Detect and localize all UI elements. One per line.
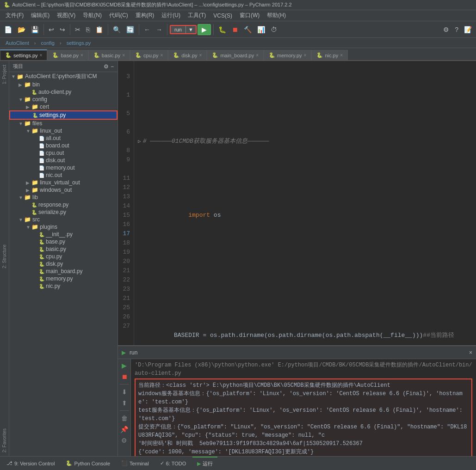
profile-icon[interactable]: ⏱ [268, 24, 279, 35]
tree-disk-py[interactable]: 🐍 disk.py [9, 260, 117, 268]
menu-edit[interactable]: 编辑(E) [27, 10, 53, 21]
tab-python-console[interactable]: 🐍 Python Console [61, 457, 115, 470]
run-restart-icon[interactable]: ▶ [121, 361, 128, 370]
cut-icon[interactable]: ✂ [73, 24, 83, 35]
tree-cpu-py[interactable]: 🐍 cpu.py [9, 253, 117, 260]
menu-tools[interactable]: 工具(T) [184, 10, 210, 21]
tab-nic-py[interactable]: 🐍 nic.py × [311, 50, 348, 60]
redo-icon[interactable]: ↪ [57, 24, 68, 35]
save-icon[interactable]: 💾 [29, 24, 41, 35]
menu-window[interactable]: 窗口(W) [236, 10, 263, 21]
tab-run[interactable]: ▶ 运行 [192, 457, 217, 470]
menu-refactor[interactable]: 重构(R) [132, 10, 158, 21]
paste-icon[interactable]: 📋 [93, 24, 105, 35]
favorites-tab[interactable]: 2: Favorites [1, 425, 8, 456]
code-area[interactable]: 3 1 5 6 8 9 11 12 13 14 15 16 17 18 19 [118, 61, 476, 345]
run-pin-icon[interactable]: 📌 [119, 425, 129, 434]
search-icon[interactable]: 🔍 [111, 24, 123, 35]
tree-linux-out[interactable]: ▼ 📁 linux_out [9, 127, 117, 134]
run-tab-label[interactable]: run [130, 349, 137, 356]
tree-cpu-out[interactable]: 📄 cpu.out [9, 149, 117, 157]
tree-base-py[interactable]: 🐍 base.py [9, 238, 117, 245]
menu-help[interactable]: 帮助(H) [263, 10, 290, 21]
tab-mainboard-py[interactable]: 🐍 main_board.py × [207, 50, 264, 60]
run-config-dropdown[interactable]: ▼ [186, 26, 196, 33]
tree-config[interactable]: ▼ 📁 config [9, 96, 117, 103]
help-icon[interactable]: ? [452, 24, 461, 35]
close-base-tab[interactable]: × [80, 53, 83, 58]
tree-mainboard-py[interactable]: 🐍 main_board.py [9, 268, 117, 275]
tree-src[interactable]: ▼ 📁 src [9, 216, 117, 223]
menu-navigate[interactable]: 导航(N) [79, 10, 105, 21]
tree-windows-out[interactable]: ▶ 📁 windows_out [9, 186, 117, 194]
tree-cert[interactable]: ▶ 📁 cert [9, 103, 117, 110]
run-stop-icon[interactable]: ⏹ [120, 372, 129, 381]
close-cpu-tab[interactable]: × [160, 53, 163, 58]
tree-linux-virtual-out[interactable]: ▶ 📁 linux_virtual_out [9, 179, 117, 186]
stop-icon[interactable]: ⏹ [229, 24, 241, 35]
menu-vcs[interactable]: VCS(S) [210, 10, 236, 21]
tree-disk-out[interactable]: 📄 disk.out [9, 157, 117, 164]
tree-init-py[interactable]: 🐍 __init__.py [9, 231, 117, 238]
run-panel-close-icon[interactable]: × [469, 349, 472, 356]
menu-code[interactable]: 代码(C) [105, 10, 132, 21]
play-button[interactable]: ▶ [198, 24, 211, 35]
tree-nic-py[interactable]: 🐍 nic.py [9, 282, 117, 290]
tab-cpu-py[interactable]: 🐍 cpu.py × [130, 50, 168, 60]
close-settings-tab[interactable]: × [40, 53, 43, 58]
close-basic-tab[interactable]: × [122, 53, 125, 58]
tab-terminal[interactable]: ⬛ Terminal [117, 457, 154, 470]
project-tab[interactable]: 1: Project [1, 61, 8, 88]
new-icon[interactable]: 📄 [2, 24, 14, 35]
tree-response-py[interactable]: 🐍 response.py [9, 201, 117, 208]
tree-nic-out[interactable]: 📄 nic.out [9, 171, 117, 179]
tree-memory-out[interactable]: 📄 memory.out [9, 164, 117, 171]
nav-config[interactable]: config [39, 40, 56, 46]
menu-view[interactable]: 视图(V) [53, 10, 79, 21]
tree-auto-client-py[interactable]: 🐍 auto-client.py [9, 88, 117, 96]
event-log-icon[interactable]: 📝 [462, 24, 474, 35]
back-icon[interactable]: ← [142, 24, 153, 35]
run-scroll-up-icon[interactable]: ⬆ [121, 398, 128, 408]
tab-memory-py[interactable]: 🐍 memory.py × [264, 50, 311, 60]
run-scroll-end-icon[interactable]: ⬇ [121, 387, 128, 397]
tree-board-out[interactable]: 📄 board.out [9, 142, 117, 149]
forward-icon[interactable]: → [154, 24, 165, 35]
tab-todo[interactable]: ✓ 6: TODO [155, 457, 191, 470]
undo-icon[interactable]: ↩ [46, 24, 56, 35]
build-icon[interactable]: 🔨 [241, 24, 254, 35]
structure-tab[interactable]: 2: Structure [1, 241, 8, 272]
tab-basic-py[interactable]: 🐍 basic.py × [88, 50, 130, 60]
code-content[interactable]: ▷ # ——————01CMDB获取服务器基本信息—————— import o… [134, 61, 476, 345]
close-disk-tab[interactable]: × [199, 53, 202, 58]
tab-version-control[interactable]: ⎇ 9: Version Control [2, 457, 59, 470]
copy-icon[interactable]: ⎘ [84, 24, 92, 35]
tree-basic-py[interactable]: 🐍 basic.py [9, 245, 117, 253]
tab-base-py[interactable]: 🐍 base.py × [47, 50, 88, 60]
tree-serialize-py[interactable]: 🐍 serialize.py [9, 208, 117, 216]
tree-memory-py[interactable]: 🐍 memory.py [9, 275, 117, 282]
debug-icon[interactable]: 🐛 [216, 24, 229, 35]
sidebar-gear-icon[interactable]: ⚙ [104, 63, 109, 70]
tab-disk-py[interactable]: 🐍 disk.py × [168, 50, 207, 60]
run-settings-icon[interactable]: ⚙ [120, 436, 128, 445]
close-mainboard-tab[interactable]: × [256, 53, 259, 58]
tree-lib[interactable]: ▼ 📁 lib [9, 194, 117, 201]
sidebar-collapse-icon[interactable]: − [111, 63, 114, 70]
close-memory-tab[interactable]: × [304, 53, 307, 58]
nav-autoclient[interactable]: AutoClient [4, 40, 31, 46]
menu-file[interactable]: 文件(F) [2, 10, 27, 21]
run-config-selector[interactable]: run ▼ [170, 25, 197, 34]
tree-all-out[interactable]: 📄 all.out [9, 134, 117, 142]
settings-icon[interactable]: ⚙ [441, 24, 451, 35]
tab-settings-py[interactable]: 🐍 settings.py × [0, 49, 47, 60]
tree-plugins[interactable]: ▼ 📁 plugins [9, 223, 117, 231]
nav-settings[interactable]: settings.py [65, 40, 93, 46]
tree-autoclient-root[interactable]: ▼ 📁 AutoClient E:\python项目\CM [9, 72, 117, 81]
tree-files[interactable]: ▼ 📁 files [9, 120, 117, 127]
run-clear-icon[interactable]: 🗑 [120, 414, 129, 423]
menu-run[interactable]: 运行(U) [158, 10, 184, 21]
tree-settings-py[interactable]: 🐍 settings.py [9, 110, 117, 120]
close-nic-tab[interactable]: × [340, 53, 343, 58]
replace-icon[interactable]: 🔄 [124, 24, 136, 35]
